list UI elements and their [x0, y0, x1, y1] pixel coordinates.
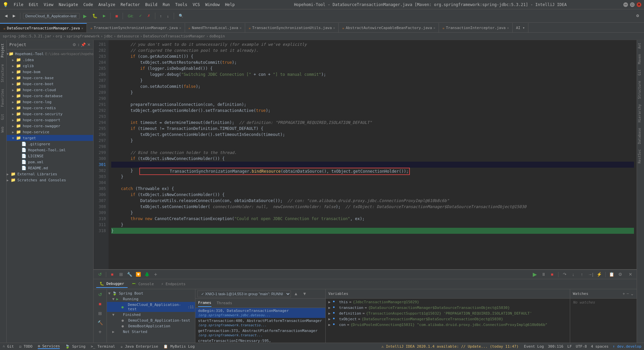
statusbar-java-tab[interactable]: ☕ Java Enterprise	[121, 344, 158, 349]
svc-spring-boot-group[interactable]: ▼ 🍃 Spring Boot	[107, 291, 195, 296]
debugger-pause-button[interactable]: ⏸	[540, 271, 547, 278]
close-button[interactable]: ✕	[637, 2, 641, 7]
tree-close-button[interactable]: ✕	[87, 42, 91, 47]
menu-file[interactable]: File	[11, 2, 26, 8]
debugger-settings-icon[interactable]: ⚙	[617, 271, 624, 278]
tree-expand-button[interactable]: ↕	[77, 42, 79, 47]
tree-item-root[interactable]: ▼ 📁 Hopehomi-Tool E:\idea-workspace\hope…	[7, 51, 93, 57]
svc-btn-stop[interactable]: ■	[96, 300, 104, 308]
breadcrumb-part-5[interactable]: datasource	[117, 34, 139, 38]
thread-nav-down[interactable]: ▼	[301, 290, 308, 298]
services-layout-button[interactable]: ⊞	[117, 271, 125, 278]
watches-add-button[interactable]: +	[623, 291, 625, 296]
svc-btn-build[interactable]: 🔨	[96, 319, 104, 327]
services-stop-all-button[interactable]: ■	[109, 271, 116, 278]
var-transaction[interactable]: ▶ ● transaction = {DataSourceTransaction…	[326, 305, 570, 311]
stop-button[interactable]: ■	[113, 12, 120, 20]
watches-minus-button[interactable]: −	[626, 291, 629, 296]
var-this[interactable]: ▶ ● this = {JdbcTransactionManager@15029…	[326, 299, 570, 305]
settings-button[interactable]: ⚙	[634, 13, 641, 19]
right-tab-git[interactable]: Git	[637, 67, 644, 78]
frame-item-gettransaction[interactable]: getTransaction:373, AbstractPlatformTran…	[195, 328, 325, 338]
right-tab-restsvc[interactable]: RestSvc	[637, 147, 644, 166]
debugger-step-out-button[interactable]: ↑	[578, 271, 586, 278]
run-config-dropdown[interactable]: DemoCloud_B_Application-test	[23, 13, 80, 19]
var-txobject[interactable]: ▶ ● txObject = {DataSourceTransactionMan…	[326, 316, 570, 322]
run-button[interactable]: ▶	[81, 12, 89, 20]
breadcrumb-part-2[interactable]: org	[55, 34, 62, 38]
tab-close-datasource[interactable]: ✕	[81, 26, 83, 30]
tree-item-cglib[interactable]: ▶ 📁 cglib	[7, 63, 93, 69]
side-tab-structure[interactable]: Structure	[0, 61, 6, 85]
menu-view[interactable]: View	[41, 2, 56, 8]
frames-tab-threads[interactable]: Threads	[217, 300, 232, 307]
tree-item-hope-core-boot[interactable]: ▶ 📁 hope-core-boot	[7, 81, 93, 87]
menu-code[interactable]: Code	[81, 2, 96, 8]
breadcrumb-part-3[interactable]: springframework	[66, 34, 100, 38]
menu-window[interactable]: Window	[202, 2, 222, 8]
services-group-button[interactable]: 🔧	[126, 271, 133, 278]
tree-item-license[interactable]: 📄 LICENSE	[7, 153, 93, 159]
run-coverage-button[interactable]: ▶	[101, 13, 108, 19]
debugger-frames-button[interactable]: 📋	[608, 271, 615, 278]
git-check-button[interactable]: ✓	[137, 13, 144, 19]
side-tab-project[interactable]: Project	[0, 40, 6, 61]
menu-edit[interactable]: Edit	[26, 2, 41, 8]
right-tab-database[interactable]: Database	[637, 125, 644, 147]
menu-navigate[interactable]: Navigate	[56, 2, 81, 8]
right-tab-maven[interactable]: Maven	[637, 51, 644, 67]
tab-transaction-sync-utils[interactable]: ☕ TransactionSynchronizationUtils.java ✕	[245, 23, 339, 32]
back-button[interactable]: ◀	[3, 13, 9, 19]
git-x-button[interactable]: ✗	[145, 13, 152, 19]
services-add-button[interactable]: +	[152, 271, 159, 278]
right-tab-ant[interactable]: Ant	[637, 40, 644, 51]
frame-item-start-transaction[interactable]: startTransaction:400, AbstractPlatformTr…	[195, 318, 325, 328]
tree-item-pom[interactable]: 📄 pom.xml	[7, 159, 93, 165]
menu-vcs[interactable]: VCS	[190, 2, 203, 8]
tree-item-idea[interactable]: ▶ 📁 .idea	[7, 57, 93, 63]
menu-analyze[interactable]: Analyze	[96, 2, 118, 8]
debugger-stop-button[interactable]: ■	[548, 271, 556, 278]
tab-transaction-sync-manager[interactable]: ☕ TransactionSynchronizationManager.java…	[87, 23, 185, 32]
minimize-button[interactable]: ─	[623, 2, 628, 7]
search-everywhere-button[interactable]: 🔍	[177, 13, 185, 19]
tree-pin-button[interactable]: 📌	[81, 42, 86, 47]
tree-item-hope-core-support[interactable]: ▶ 📁 hope-core-support	[7, 117, 93, 123]
tab-transaction-interceptor[interactable]: ☕ TransactionInterceptor.java ✕	[439, 23, 512, 32]
svc-democloudb-finished[interactable]: ● DemoCloud_B_Application-test	[107, 318, 195, 323]
services-rerun-button[interactable]: ↺	[96, 271, 104, 278]
statusbar-terminal-tab[interactable]: >_ Terminal	[91, 344, 115, 349]
tab-close-sync[interactable]: ✕	[179, 26, 181, 30]
forward-button[interactable]: ▶	[11, 13, 17, 19]
tree-settings-button[interactable]: ⚙	[72, 42, 76, 47]
var-con[interactable]: ▶ ● con = {DruidPooledConnection@15031} …	[326, 322, 570, 328]
services-filter-button[interactable]: 🔽	[135, 271, 142, 278]
tree-item-hope-core-database[interactable]: ▶ 📁 hope-core-database	[7, 93, 93, 99]
tree-item-hope-core-redis[interactable]: ▶ 📁 hope-core-redis	[7, 105, 93, 111]
statusbar-spring-tab[interactable]: 🍃 Spring	[65, 344, 85, 349]
breadcrumb-part-7[interactable]: doBegin	[209, 34, 225, 38]
maximize-button[interactable]: □	[630, 2, 635, 7]
side-tab-favorites[interactable]: Favorites	[0, 85, 6, 110]
statusbar-todo-tab[interactable]: ☑ TODO	[19, 344, 33, 349]
right-tab-hierarchy[interactable]: Hierarchy	[637, 102, 644, 125]
thread-nav-up[interactable]: ▲	[292, 290, 300, 298]
tab-abstract-autowire[interactable]: ☕ AbstractAutowireCapableBeanFactory.jav…	[339, 23, 439, 32]
tree-item-target[interactable]: ▼ 📁 target	[7, 135, 93, 141]
debugger-run-cursor-button[interactable]: →|	[587, 271, 594, 278]
svc-btn-collapse[interactable]: ⊞	[96, 309, 104, 317]
tab-ai[interactable]: AI ▾	[513, 23, 529, 32]
bottom-tab-debugger[interactable]: 🐛 Debugger	[96, 280, 128, 288]
thread-selector-dropdown[interactable]: ✓ XNIO-1 task-1@14,553 in group "main": …	[197, 291, 291, 297]
tree-item-hope-core-base[interactable]: ▶ 📁 hope-core-base	[7, 75, 93, 81]
var-definition[interactable]: ▶ ● definition = {TransactionAspectSuppo…	[326, 311, 570, 316]
statusbar-services-tab[interactable]: ⚙ Services	[38, 344, 60, 349]
statusbar-mybatis-tab[interactable]: 📋 MyBatis Log	[163, 344, 194, 349]
tree-item-hope-bom[interactable]: ▶ 📁 hope-bom	[7, 69, 93, 75]
svc-running-group[interactable]: ▼ ▶ Running	[107, 296, 195, 302]
bottom-tab-console[interactable]: 📟 Console	[128, 281, 157, 288]
tree-item-hope-core-security[interactable]: ▶ 📁 hope-core-security	[7, 111, 93, 117]
git-button[interactable]: Git:	[126, 13, 135, 19]
breadcrumb-part-4[interactable]: jdbc	[104, 34, 113, 38]
tree-item-external-libs[interactable]: ▶ 📁 External Libraries	[7, 171, 93, 177]
